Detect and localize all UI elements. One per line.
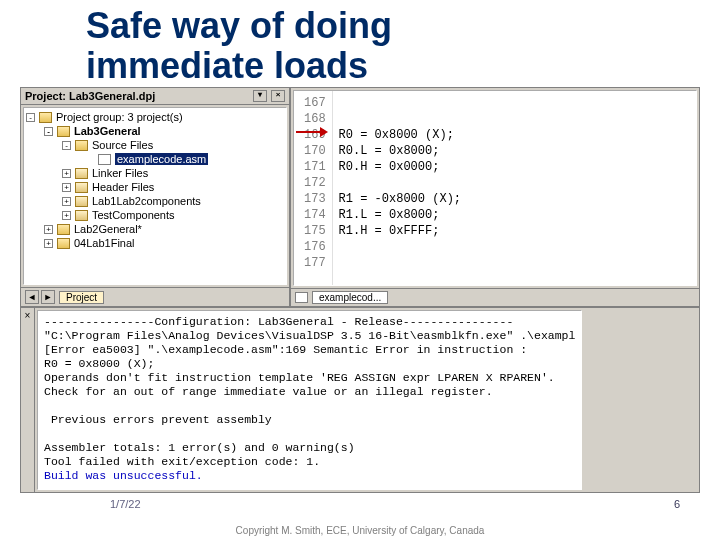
- expand-icon[interactable]: +: [62, 211, 71, 220]
- tree-linker-files[interactable]: + Linker Files: [26, 166, 284, 180]
- project-icon: [57, 238, 70, 249]
- collapse-icon[interactable]: -: [62, 141, 71, 150]
- project-pane: Project: Lab3General.dpj ▾ × - Project g…: [21, 88, 291, 306]
- slide-title: Safe way of doing immediate loads: [0, 0, 720, 87]
- dropdown-icon[interactable]: ▾: [253, 90, 267, 102]
- code-pane: 167 168 169 170 171 172 173 174 175 176 …: [291, 88, 699, 306]
- file-icon: [98, 154, 111, 165]
- tab-project[interactable]: Project: [59, 291, 104, 304]
- slide-number: 6: [674, 498, 680, 510]
- tree-lab1final[interactable]: + 04Lab1Final: [26, 236, 284, 250]
- project-icon: [57, 224, 70, 235]
- slide-date: 1/7/22: [110, 498, 141, 510]
- output-close-icon[interactable]: ×: [21, 308, 35, 492]
- tree-header-files[interactable]: + Header Files: [26, 180, 284, 194]
- project-group-icon: [39, 112, 52, 123]
- code-text[interactable]: R0 = 0x8000 (X); R0.L = 0x8000; R0.H = 0…: [333, 91, 467, 285]
- expand-icon[interactable]: +: [62, 197, 71, 206]
- project-pane-tabs: ◄ ► Project: [21, 287, 289, 306]
- editor-tabs: examplecod...: [291, 288, 699, 306]
- folder-open-icon: [75, 140, 88, 151]
- tree-testcomponents[interactable]: + TestComponents: [26, 208, 284, 222]
- project-tree[interactable]: - Project group: 3 project(s) - Lab3Gene…: [23, 107, 287, 285]
- tree-lab2general[interactable]: + Lab2General*: [26, 222, 284, 236]
- tree-lab1lab2[interactable]: + Lab1Lab2components: [26, 194, 284, 208]
- line-gutter: 167 168 169 170 171 172 173 174 175 176 …: [294, 91, 333, 285]
- folder-icon: [75, 182, 88, 193]
- expand-icon[interactable]: +: [62, 183, 71, 192]
- collapse-icon[interactable]: -: [44, 127, 53, 136]
- tree-group[interactable]: - Project group: 3 project(s): [26, 110, 284, 124]
- tree-file-examplecode[interactable]: examplecode.asm: [26, 152, 284, 166]
- folder-icon: [75, 196, 88, 207]
- folder-icon: [75, 168, 88, 179]
- tree-source-files[interactable]: - Source Files: [26, 138, 284, 152]
- collapse-icon[interactable]: -: [26, 113, 35, 122]
- tab-file[interactable]: examplecod...: [312, 291, 388, 304]
- tab-scroll-right-icon[interactable]: ►: [41, 290, 55, 304]
- close-icon[interactable]: ×: [271, 90, 285, 102]
- expand-icon[interactable]: +: [62, 169, 71, 178]
- code-editor[interactable]: 167 168 169 170 171 172 173 174 175 176 …: [293, 90, 697, 286]
- error-arrow-icon: [296, 129, 328, 135]
- project-pane-title: Project: Lab3General.dpj ▾ ×: [21, 88, 289, 105]
- file-icon: [295, 292, 308, 303]
- output-pane: × ----------------Configuration: Lab3Gen…: [21, 308, 699, 492]
- expand-icon[interactable]: +: [44, 225, 53, 234]
- tab-scroll-left-icon[interactable]: ◄: [25, 290, 39, 304]
- build-output[interactable]: ----------------Configuration: Lab3Gener…: [37, 310, 582, 490]
- ide-window: Project: Lab3General.dpj ▾ × - Project g…: [20, 87, 700, 493]
- slide-footer: Copyright M. Smith, ECE, University of C…: [0, 525, 720, 536]
- folder-icon: [75, 210, 88, 221]
- expand-icon[interactable]: +: [44, 239, 53, 248]
- tree-project[interactable]: - Lab3General: [26, 124, 284, 138]
- project-icon: [57, 126, 70, 137]
